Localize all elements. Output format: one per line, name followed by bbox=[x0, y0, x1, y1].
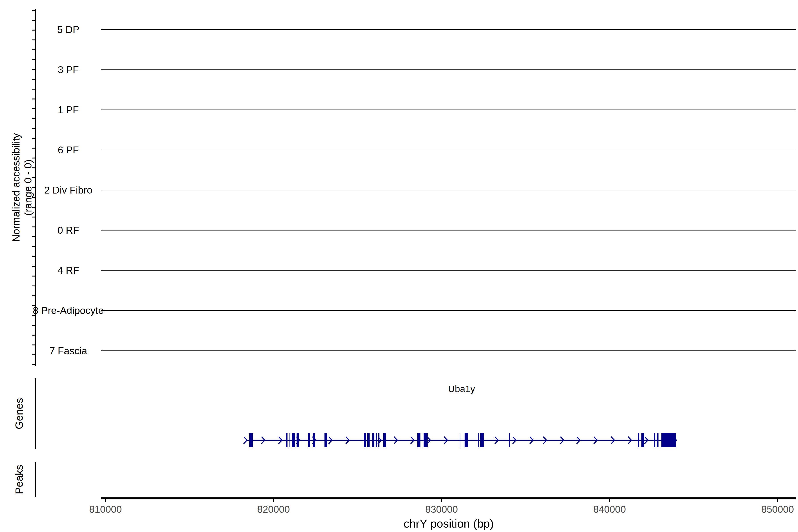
x-axis-group: 810000820000830000840000850000 bbox=[89, 498, 796, 515]
gene-exon bbox=[297, 433, 299, 447]
x-axis-tick-label: 810000 bbox=[89, 504, 122, 515]
track-label: 5 DP bbox=[57, 24, 79, 35]
gene-exon bbox=[286, 433, 287, 447]
track-label: 7 Fascia bbox=[50, 345, 87, 357]
track-label: 1 PF bbox=[58, 104, 79, 115]
x-axis-tick-label: 830000 bbox=[425, 504, 458, 515]
gene-exon bbox=[376, 433, 377, 447]
x-axis-tick-label: 840000 bbox=[593, 504, 626, 515]
gene-exon bbox=[308, 433, 310, 447]
gene-exon bbox=[654, 433, 655, 447]
gene-exon bbox=[324, 433, 327, 447]
gene-exon bbox=[383, 433, 386, 447]
x-axis-tick-label: 850000 bbox=[761, 504, 794, 515]
gene-strand-arrow bbox=[244, 437, 247, 444]
track-label: 3 PF bbox=[58, 64, 79, 75]
gene-exon bbox=[313, 433, 315, 447]
genes-section-label: Genes bbox=[13, 398, 25, 429]
track-label: 6 PF bbox=[58, 144, 79, 156]
gene-exon bbox=[478, 433, 479, 447]
peaks-section-label: Peaks bbox=[13, 464, 25, 494]
gene-exon bbox=[480, 433, 484, 447]
gene-exon bbox=[424, 433, 428, 447]
gene-exon bbox=[509, 433, 510, 447]
track-label: 8 Pre-Adipocyte bbox=[33, 305, 104, 316]
gene-exon bbox=[373, 433, 374, 447]
gene-exon bbox=[464, 433, 468, 447]
gene-exon bbox=[417, 433, 420, 447]
gene-exon bbox=[657, 433, 659, 447]
gene-exon bbox=[460, 433, 460, 447]
gene-exon bbox=[378, 433, 380, 447]
gene-exon bbox=[364, 433, 366, 447]
coverage-plot-canvas: Normalized accessibility (range 0 - 0) G… bbox=[0, 0, 798, 532]
gene-exon bbox=[367, 433, 370, 447]
accessibility-tracks-group: 5 DP3 PF1 PF6 PF2 Div Fibro0 RF4 RF8 Pre… bbox=[33, 24, 796, 357]
x-axis-tick-label: 820000 bbox=[258, 504, 290, 515]
gene-exon bbox=[661, 433, 676, 447]
coverage-plot-figure: Normalized accessibility (range 0 - 0) G… bbox=[0, 0, 798, 532]
x-axis-title: chrY position (bp) bbox=[404, 517, 494, 530]
gene-exon bbox=[289, 433, 290, 447]
gene-exon bbox=[641, 433, 644, 447]
track-label: 2 Div Fibro bbox=[44, 185, 92, 196]
gene-exon bbox=[292, 433, 295, 447]
gene-exon bbox=[638, 433, 639, 447]
y-axis-title-line2: (range 0 - 0) bbox=[22, 159, 34, 215]
gene-model-group: Uba1y bbox=[244, 384, 676, 448]
track-label: 0 RF bbox=[57, 225, 79, 236]
y-axis-title-line1: Normalized accessibility bbox=[10, 133, 22, 242]
gene-name-label: Uba1y bbox=[448, 384, 475, 394]
gene-exon bbox=[249, 433, 253, 447]
track-label: 4 RF bbox=[57, 265, 79, 276]
